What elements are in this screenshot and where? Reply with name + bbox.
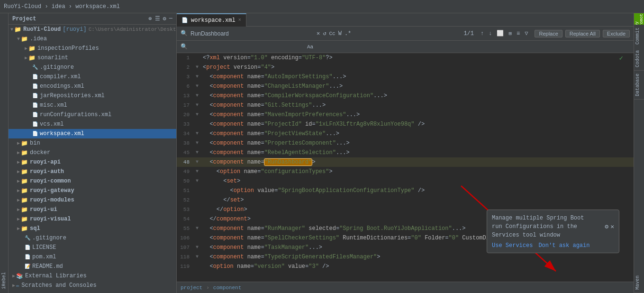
tooltip-close-icon[interactable]: ✕ <box>610 223 614 230</box>
maven-tab[interactable]: Maven <box>634 273 644 293</box>
prev-match-icon[interactable]: ↺ <box>323 30 326 37</box>
code-line-118: 118 ▼ <component name="TypeScriptGenerat… <box>177 252 634 262</box>
tree-docker[interactable]: ▶ 📁 docker <box>9 148 176 157</box>
code-line-52: 52 </set> <box>177 195 634 205</box>
code-line-34: 34 ▼ <component name="ProjectViewState".… <box>177 129 634 138</box>
no-errors-indicator: ✓ <box>619 54 623 62</box>
tab-workspace-xml[interactable]: 📄 workspace.xml × <box>177 13 246 27</box>
filter-icon[interactable]: ▽ <box>525 30 528 37</box>
replace-icon: 🔍 <box>181 43 188 50</box>
irebel-tab[interactable]: iRebel <box>1 270 7 291</box>
tree-encodings[interactable]: 📄 encodings.xml <box>9 82 176 91</box>
tree-ruoyi-api[interactable]: ▶ 📁 ruoyi-api <box>9 157 176 167</box>
tree-sql[interactable]: ▶ 📁 sql <box>9 224 176 233</box>
search-bar: 🔍 ✕ ↺ Cc W .* 1/1 ↑ ↓ ⬜ ⊞ ≡ ▽ Replace Re… <box>177 27 634 41</box>
breadcrumb-component: component <box>213 285 241 291</box>
code-line-2: 2 ▼ <project version="4"> <box>177 63 634 72</box>
code-line-6: 6 ▼ <component name="ChangeListManager".… <box>177 82 634 91</box>
app-window: RuoYi-Cloud › idea › workspace.xml iRebe… <box>0 0 644 293</box>
tree-ruoyi-ui[interactable]: ▶ 📁 ruoyi-ui <box>9 205 176 214</box>
tree-vcs[interactable]: 📄 vcs.xml <box>9 119 176 129</box>
codota-tab[interactable]: Codota <box>634 47 644 71</box>
code-line-1: 1 <?xml version="1.0" encoding="UTF-8"?> <box>177 53 634 63</box>
replace-btn[interactable]: Replace <box>535 30 562 37</box>
sidebar-toolbar: ⊕ ☰ ⚙ — <box>148 15 172 22</box>
case-icon[interactable]: Cc <box>329 31 335 37</box>
align-icon[interactable]: ≡ <box>517 30 520 37</box>
services-tooltip: Manage multiple Spring Boot run Configur… <box>487 210 619 253</box>
code-line-50: 50 ▼ <set> <box>177 176 634 186</box>
tree-gitignore2[interactable]: 🔧 .gitignore <box>9 233 176 243</box>
code-line-13: 13 ▼ <component name="CompilerWorkspaceC… <box>177 91 634 101</box>
code-line-45: 45 ▼ <component name="RebelAgentSelectio… <box>177 148 634 157</box>
tree-pom[interactable]: 📄 pom.xml <box>9 252 176 262</box>
bottom-bar: project › component <box>177 282 634 293</box>
code-line-38: 38 ▼ <component name="PropertiesComponen… <box>177 138 634 148</box>
tree-ruoyi-gateway[interactable]: ▶ 📁 ruoyi-gateway <box>9 186 176 195</box>
tooltip-controls: ⚙ ✕ <box>605 223 614 230</box>
multi-icon[interactable]: ⊞ <box>508 30 512 37</box>
tree-runconfig[interactable]: 📄 runConfigurations.xml <box>9 110 176 119</box>
up-arrow-icon[interactable]: ↑ <box>481 30 484 37</box>
exclude-btn[interactable]: Exclude <box>603 30 630 37</box>
editor-area: 📄 workspace.xml × 🔍 ✕ ↺ Cc W .* 1/1 ↑ ↓ … <box>177 13 634 293</box>
top-breadcrumb-bar: RuoYi-Cloud › idea › workspace.xml <box>0 0 644 13</box>
left-strip: iRebel <box>0 13 9 293</box>
regex-icon[interactable]: .* <box>345 30 351 37</box>
tree-compiler[interactable]: 📄 compiler.xml <box>9 72 176 82</box>
tab-close-btn[interactable]: × <box>238 18 241 23</box>
tree-misc[interactable]: 📄 misc.xml <box>9 101 176 110</box>
code-line-20: 20 ▼ <component name="MavenImportPrefere… <box>177 110 634 119</box>
search-icon: 🔍 <box>181 30 188 37</box>
code-line-3: 3 ▼ <component name="AutoImportSettings"… <box>177 72 634 82</box>
sync-icon[interactable]: ⊕ <box>148 15 152 22</box>
tree-workspace[interactable]: 📄 workspace.xml <box>9 129 176 138</box>
code-line-119: 119 <option name="version" value="3" /> <box>177 262 634 271</box>
tree-sonarlint[interactable]: ▶ 📁 sonarlint <box>9 53 176 63</box>
tree-gitignore1[interactable]: 🔧 .gitignore <box>9 63 176 72</box>
tree-scratches[interactable]: ▶ ✏ Scratches and Consoles <box>9 281 176 290</box>
tree-license[interactable]: 📄 LICENSE <box>9 243 176 252</box>
code-editor[interactable]: ✓ 1 <?xml version="1.0" encoding="UTF-8"… <box>177 53 634 282</box>
tree-inspection[interactable]: ▶ 📁 inspectionProfiles <box>9 44 176 53</box>
tree-external-libs[interactable]: ▶ 📚 External Libraries <box>9 271 176 281</box>
use-services-link[interactable]: Use Services <box>492 242 533 249</box>
code-line-33: 33 <component name="ProjectId" id="1xLFn… <box>177 119 634 129</box>
down-arrow-icon[interactable]: ↓ <box>489 30 492 37</box>
word-icon[interactable]: W <box>338 30 342 37</box>
tooltip-settings-icon[interactable]: ⚙ <box>605 223 608 230</box>
sidebar-header: Project ⊕ ☰ ⚙ — <box>9 13 176 25</box>
file-tree: ▼ 📁 RuoYi-Cloud [ruoyi] C:\Users\Adminis… <box>9 25 176 290</box>
tree-idea[interactable]: ▼ 📁 .idea <box>9 34 176 44</box>
tree-ruoyi-auth[interactable]: ▶ 📁 ruoyi-auth <box>9 167 176 176</box>
case2-icon[interactable]: Aa <box>307 44 313 50</box>
collapse-icon[interactable]: — <box>169 15 172 22</box>
key-promoter-header: Key Promoter <box>634 13 644 25</box>
tree-ruoyi-visual[interactable]: ▶ 📁 ruoyi-visual <box>9 214 176 224</box>
replace-all-btn[interactable]: Replace All <box>565 30 600 37</box>
tree-readme[interactable]: 📝 README.md <box>9 262 176 271</box>
tab-label: workspace.xml <box>191 17 236 24</box>
scratches-label: Scratches and Consoles <box>21 282 96 289</box>
database-tab[interactable]: Database <box>634 71 644 100</box>
settings-icon[interactable]: ⚙ <box>163 15 166 22</box>
project-sidebar: Project ⊕ ☰ ⚙ — ▼ 📁 RuoYi-Cloud [ruoyi] … <box>9 13 177 293</box>
right-strip: Key Promoter Commit Codota Database Mave… <box>634 13 644 293</box>
tree-jarrepo[interactable]: 📄 jarRepositories.xml <box>9 91 176 101</box>
tree-ruoyi-common[interactable]: ▶ 📁 ruoyi-common <box>9 176 176 186</box>
view-icon[interactable]: ⬜ <box>497 30 504 37</box>
replace-input[interactable] <box>190 44 304 50</box>
search-counter: 1/1 <box>463 30 474 37</box>
breadcrumb-project: project <box>181 285 202 291</box>
list-icon[interactable]: ☰ <box>155 15 160 22</box>
replace-bar: 🔍 Aa <box>177 41 634 53</box>
close-search-icon[interactable]: ✕ <box>317 30 320 37</box>
tree-ruoyi-modules[interactable]: ▶ 📁 ruoyi-modules <box>9 195 176 205</box>
tree-bin[interactable]: ▶ 📁 bin <box>9 138 176 148</box>
code-line-48: 48 ▼ <component name="RunDashboard"> <box>177 157 634 167</box>
tree-root[interactable]: ▼ 📁 RuoYi-Cloud [ruoyi] C:\Users\Adminis… <box>9 25 176 34</box>
commit-tab[interactable]: Commit <box>634 25 644 47</box>
tab-bar: 📄 workspace.xml × <box>177 13 634 27</box>
search-input[interactable] <box>190 30 314 37</box>
dont-ask-link[interactable]: Don't ask again <box>538 242 590 249</box>
